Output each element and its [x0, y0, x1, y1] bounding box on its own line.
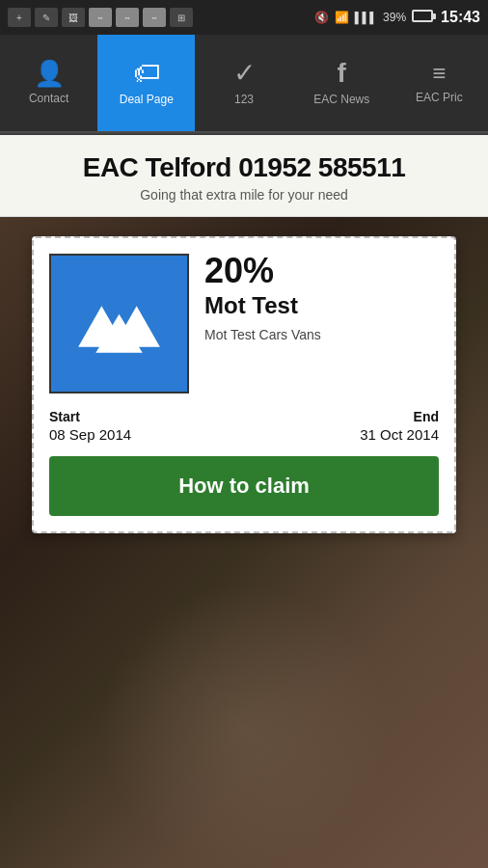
- deal-discount: 20%: [204, 254, 439, 288]
- nav-label-contact: Contact: [29, 92, 68, 105]
- deal-dates: Start 08 Sep 2014 End 31 Oct 2014: [49, 409, 439, 443]
- content-header: EAC Telford 01952 585511 Going that extr…: [0, 135, 488, 217]
- deal-top: 20% Mot Test Mot Test Cars Vans: [49, 254, 439, 393]
- mute-icon: 🔇: [314, 11, 329, 24]
- company-tagline: Going that extra mile for your need: [10, 187, 478, 203]
- wifi-icon: 📶: [335, 11, 349, 24]
- mot-logo: [49, 254, 189, 393]
- nav-item-eac-price[interactable]: ≡ EAC Pric: [391, 35, 488, 131]
- checkmark-icon: ✓: [233, 60, 256, 87]
- nav-label-123: 123: [234, 93, 254, 106]
- thumbnail3-icon: ▪▪: [143, 8, 166, 27]
- start-date-block: Start 08 Sep 2014: [49, 409, 131, 443]
- status-icons-left: + ✎ 🖼 ▪▪ ▪▪ ▪▪ ⊞: [8, 8, 193, 27]
- thumbnail2-icon: ▪▪: [116, 8, 139, 27]
- nav-label-eac-price: EAC Pric: [416, 91, 463, 104]
- company-name: EAC Telford 01952 585511: [10, 152, 478, 183]
- deal-page-icon: 🏷: [133, 60, 160, 87]
- deal-description: Mot Test Cars Vans: [204, 327, 439, 342]
- nav-item-deal-page[interactable]: 🏷 Deal Page: [97, 35, 195, 131]
- status-time: 15:43: [441, 9, 480, 26]
- deal-card: 20% Mot Test Mot Test Cars Vans Start 08…: [32, 236, 456, 533]
- deal-title: Mot Test: [204, 292, 439, 319]
- status-icons-right: 🔇 📶 ▌▌▌ 39% 15:43: [314, 9, 480, 26]
- image-icon: 🖼: [62, 8, 85, 27]
- how-to-claim-button[interactable]: How to claim: [49, 456, 439, 516]
- nav-bar: 👤 Contact 🏷 Deal Page ✓ 123 f EAC News ≡…: [0, 35, 488, 131]
- nav-label-deal-page: Deal Page: [120, 93, 174, 106]
- add-icon: +: [8, 8, 31, 27]
- start-label: Start: [49, 409, 131, 424]
- nav-label-eac-news: EAC News: [313, 93, 369, 106]
- status-bar: + ✎ 🖼 ▪▪ ▪▪ ▪▪ ⊞ 🔇 📶 ▌▌▌ 39% 15:43: [0, 0, 488, 35]
- grid-icon: ⊞: [170, 8, 193, 27]
- nav-item-123[interactable]: ✓ 123: [195, 35, 292, 131]
- main-content: 20% Mot Test Mot Test Cars Vans Start 08…: [0, 217, 488, 868]
- battery-icon: [412, 10, 435, 25]
- battery-percent: 39%: [383, 11, 406, 24]
- nav-item-eac-news[interactable]: f EAC News: [293, 35, 391, 131]
- nav-item-contact[interactable]: 👤 Contact: [0, 35, 97, 131]
- contact-icon: 👤: [34, 61, 65, 86]
- signal-icon: ▌▌▌: [355, 12, 377, 23]
- edit-icon: ✎: [35, 8, 58, 27]
- menu-icon: ≡: [432, 62, 446, 85]
- end-date: 31 Oct 2014: [360, 426, 439, 443]
- end-label: End: [360, 409, 439, 424]
- deal-info: 20% Mot Test Mot Test Cars Vans: [204, 254, 439, 342]
- facebook-icon: f: [338, 60, 346, 87]
- end-date-block: End 31 Oct 2014: [360, 409, 439, 443]
- start-date: 08 Sep 2014: [49, 426, 131, 443]
- thumbnail1-icon: ▪▪: [89, 8, 112, 27]
